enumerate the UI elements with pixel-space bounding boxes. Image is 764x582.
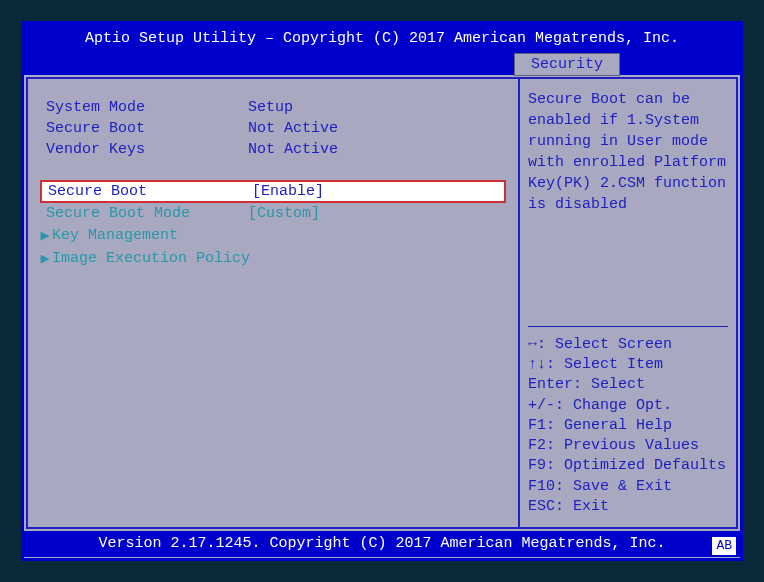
tab-row: Security (24, 53, 740, 75)
footer-text: Version 2.17.1245. Copyright (C) 2017 Am… (98, 535, 665, 552)
submenu-label: Image Execution Policy (52, 250, 250, 267)
arrow-right-icon: ▶ (38, 226, 52, 245)
arrow-right-icon: ▶ (38, 249, 52, 268)
option-value: [Enable] (252, 183, 504, 200)
info-value: Not Active (248, 141, 508, 158)
info-label: Secure Boot (38, 120, 248, 137)
info-row-system-mode: System Mode Setup (38, 97, 508, 118)
tab-security[interactable]: Security (514, 53, 620, 76)
help-text: Secure Boot can be enabled if 1.System r… (528, 89, 728, 215)
option-label: Secure Boot Mode (38, 205, 248, 222)
key-hint: F2: Previous Values (528, 436, 728, 456)
key-hint: F10: Save & Exit (528, 477, 728, 497)
info-row-secure-boot: Secure Boot Not Active (38, 118, 508, 139)
key-hint: Enter: Select (528, 375, 728, 395)
spacer (38, 160, 508, 180)
option-value: [Custom] (248, 205, 508, 222)
option-secure-boot-selected[interactable]: Secure Boot [Enable] (40, 180, 506, 203)
key-hint: +/-: Change Opt. (528, 396, 728, 416)
submenu-image-execution-policy[interactable]: ▶ Image Execution Policy (38, 247, 508, 270)
bios-window: Aptio Setup Utility – Copyright (C) 2017… (21, 21, 743, 561)
footer-bar: Version 2.17.1245. Copyright (C) 2017 Am… (24, 531, 740, 557)
key-hint: ↑↓: Select Item (528, 355, 728, 375)
footer-badge: AB (712, 537, 736, 555)
submenu-key-management[interactable]: ▶ Key Management (38, 224, 508, 247)
info-row-vendor-keys: Vendor Keys Not Active (38, 139, 508, 160)
key-hint: F1: General Help (528, 416, 728, 436)
key-hints: ↔: Select Screen ↑↓: Select Item Enter: … (528, 335, 728, 517)
content-wrapper: System Mode Setup Secure Boot Not Active… (24, 75, 740, 531)
submenu-label: Key Management (52, 227, 178, 244)
info-value: Not Active (248, 120, 508, 137)
side-panel: Secure Boot can be enabled if 1.System r… (518, 77, 738, 529)
help-spacer (528, 215, 728, 322)
info-label: Vendor Keys (38, 141, 248, 158)
help-divider (528, 326, 728, 327)
key-hint: ESC: Exit (528, 497, 728, 517)
header-title: Aptio Setup Utility – Copyright (C) 2017… (85, 30, 679, 47)
info-value: Setup (248, 99, 508, 116)
key-hint: F9: Optimized Defaults (528, 456, 728, 476)
main-panel: System Mode Setup Secure Boot Not Active… (26, 77, 518, 529)
option-label: Secure Boot (42, 183, 252, 200)
tab-label: Security (531, 56, 603, 73)
key-hint: ↔: Select Screen (528, 335, 728, 355)
header-bar: Aptio Setup Utility – Copyright (C) 2017… (24, 24, 740, 53)
option-secure-boot-mode[interactable]: Secure Boot Mode [Custom] (38, 203, 508, 224)
info-label: System Mode (38, 99, 248, 116)
